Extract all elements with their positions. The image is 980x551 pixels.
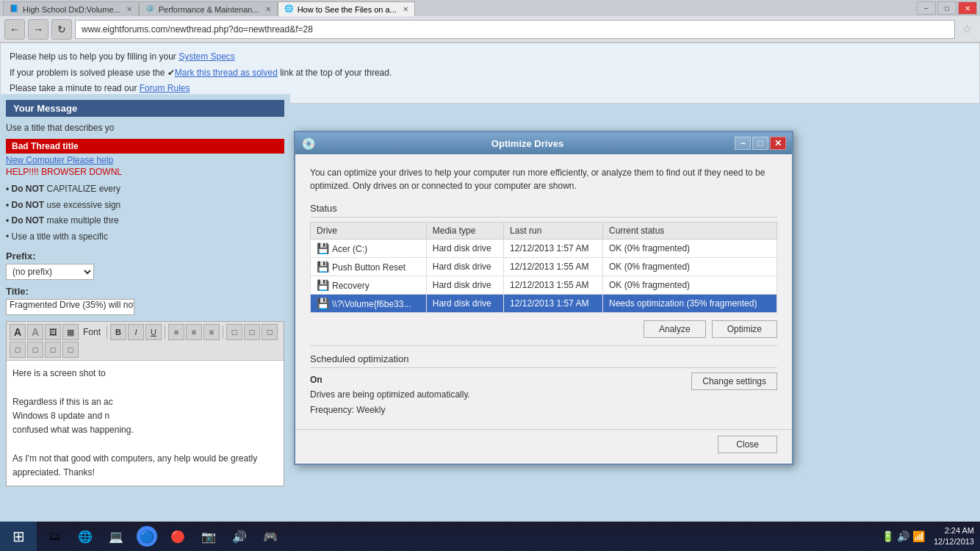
dialog-close-button[interactable]: ✕ <box>770 137 786 150</box>
page-content: Please help us to help you by filling in… <box>0 43 980 522</box>
taskbar-icon-8: 🎮 <box>260 526 281 547</box>
maximize-button[interactable]: □ <box>937 1 956 15</box>
dialog-overlay: 💿 Optimize Drives − □ ✕ You can optimize… <box>0 43 980 522</box>
col-media-type: Media type <box>426 223 503 240</box>
dialog-controls: − □ ✕ <box>735 137 786 150</box>
dialog-title-bar: 💿 Optimize Drives − □ ✕ <box>295 132 792 154</box>
dialog-body: You can optimize your drives to help you… <box>295 154 792 429</box>
taskbar-app-5[interactable]: 🔴 <box>163 523 192 550</box>
taskbar-icon-1: 🗂 <box>44 526 65 547</box>
optimize-dialog: 💿 Optimize Drives − □ ✕ You can optimize… <box>294 131 793 465</box>
drives-table: Drive Media type Last run Current status… <box>310 222 777 313</box>
taskbar-icon-2: 🌐 <box>75 526 96 547</box>
system-tray: 🔋 🔊 📶 <box>879 530 928 542</box>
taskbar-app-7[interactable]: 🔊 <box>225 523 254 550</box>
taskbar-app-8[interactable]: 🎮 <box>256 523 285 550</box>
tab-2[interactable]: ⚙️ Performance & Maintenan... ✕ <box>139 1 278 16</box>
col-current-status: Current status <box>603 223 777 240</box>
tab-2-label: Performance & Maintenan... <box>159 5 259 14</box>
minimize-button[interactable]: − <box>917 1 936 15</box>
tab-2-close[interactable]: ✕ <box>265 5 271 13</box>
drive-name-1: 💾Acer (C:) <box>311 240 427 258</box>
dialog-minimize-button[interactable]: − <box>735 137 751 150</box>
drive-status-2: OK (0% fragmented) <box>603 258 777 276</box>
tab-1-favicon: 📘 <box>10 4 20 15</box>
col-drive: Drive <box>311 223 427 240</box>
taskbar-icon-7: 🔊 <box>229 526 250 547</box>
tab-1-close[interactable]: ✕ <box>126 5 132 13</box>
drive-status-3: OK (0% fragmented) <box>603 276 777 295</box>
window-controls: − □ ✕ <box>917 1 977 15</box>
drive-lastrun-4: 12/12/2013 1:57 AM <box>504 295 603 313</box>
taskbar-icon-4: 🔵 <box>137 526 157 547</box>
taskbar-items: 🗂 🌐 💻 🔵 🔴 📷 🔊 🎮 <box>37 523 879 550</box>
scheduled-section: Scheduled optimization On Drives are bei… <box>310 345 777 417</box>
drive-media-2: Hard disk drive <box>426 258 503 276</box>
dialog-title-text: Optimize Drives <box>320 138 735 149</box>
drive-lastrun-2: 12/12/2013 1:55 AM <box>504 258 603 276</box>
drive-name-2: 💾Push Button Reset <box>311 258 427 276</box>
refresh-button[interactable]: ↻ <box>51 19 72 40</box>
tab-1-label: High School DxD:Volume... <box>23 5 120 14</box>
taskbar-clock[interactable]: 2:24 AM 12/12/2013 <box>928 525 980 548</box>
dialog-maximize-button[interactable]: □ <box>752 137 768 150</box>
dialog-action-buttons: Analyze Optimize <box>310 320 777 338</box>
drive-status-4: Needs optimization (35% fragmented) <box>603 295 777 313</box>
browser-chrome: 📘 High School DxD:Volume... ✕ ⚙️ Perform… <box>0 0 980 43</box>
optimize-button[interactable]: Optimize <box>712 320 777 338</box>
scheduled-desc: Drives are being optimized automatically… <box>310 387 470 402</box>
taskbar-icon-6: 📷 <box>198 526 219 547</box>
tab-3[interactable]: 🌐 How to See the Files on a... ✕ <box>278 1 415 16</box>
tab-2-favicon: ⚙️ <box>145 4 156 15</box>
drive-row-3[interactable]: 💾Recovery Hard disk drive 12/12/2013 1:5… <box>311 276 777 295</box>
dialog-description: You can optimize your drives to help you… <box>310 166 777 192</box>
taskbar-app-3[interactable]: 💻 <box>101 523 131 550</box>
drive-media-3: Hard disk drive <box>426 276 503 295</box>
drive-media-1: Hard disk drive <box>426 240 503 258</box>
tab-3-favicon: 🌐 <box>284 4 295 15</box>
status-section-label: Status <box>310 203 777 217</box>
tab-3-close[interactable]: ✕ <box>403 5 408 13</box>
tab-3-label: How to See the Files on a... <box>298 5 397 14</box>
scheduled-on-label: On <box>310 372 470 387</box>
drive-status-1: OK (0% fragmented) <box>603 240 777 258</box>
scheduled-info: On Drives are being optimized automatica… <box>310 372 470 417</box>
dialog-footer: Close <box>295 429 792 464</box>
scheduled-row: On Drives are being optimized automatica… <box>310 372 777 417</box>
drive-lastrun-3: 12/12/2013 1:55 AM <box>504 276 603 295</box>
taskbar-icon-3: 💻 <box>106 526 126 547</box>
taskbar-app-6[interactable]: 📷 <box>194 523 223 550</box>
start-icon: ⊞ <box>12 527 25 545</box>
scheduled-label: Scheduled optimization <box>310 353 777 368</box>
taskbar: ⊞ 🗂 🌐 💻 🔵 🔴 📷 🔊 🎮 🔋 🔊 📶 <box>0 522 980 551</box>
time-display: 2:24 AM <box>934 525 974 536</box>
drive-lastrun-1: 12/12/2013 1:57 AM <box>504 240 603 258</box>
scheduled-freq: Frequency: Weekly <box>310 403 470 417</box>
drive-name-4: 💾\\?\Volume{f6be33... <box>311 295 427 313</box>
drive-row-4-selected[interactable]: 💾\\?\Volume{f6be33... Hard disk drive 12… <box>311 295 777 313</box>
browser-tabs: 📘 High School DxD:Volume... ✕ ⚙️ Perform… <box>3 0 415 16</box>
back-button[interactable]: ← <box>4 19 25 40</box>
close-button[interactable]: ✕ <box>958 1 977 15</box>
change-settings-button[interactable]: Change settings <box>691 372 777 390</box>
tray-icon-1[interactable]: 🔋 <box>882 530 894 542</box>
address-bar[interactable]: www.eightforums.com/newthread.php?do=new… <box>75 20 955 39</box>
forward-button[interactable]: → <box>28 19 48 40</box>
drive-media-4: Hard disk drive <box>426 295 503 313</box>
analyze-button[interactable]: Analyze <box>644 320 706 338</box>
taskbar-time: 2:24 AM 12/12/2013 <box>934 525 974 548</box>
taskbar-icon-5: 🔴 <box>167 526 188 547</box>
start-button[interactable]: ⊞ <box>0 522 37 551</box>
taskbar-app-2[interactable]: 🌐 <box>71 523 100 550</box>
tray-icon-3[interactable]: 📶 <box>912 530 925 542</box>
tab-1[interactable]: 📘 High School DxD:Volume... ✕ <box>3 1 139 16</box>
drive-row-1[interactable]: 💾Acer (C:) Hard disk drive 12/12/2013 1:… <box>311 240 777 258</box>
drive-row-2[interactable]: 💾Push Button Reset Hard disk drive 12/12… <box>311 258 777 276</box>
nav-bar: ← → ↻ www.eightforums.com/newthread.php?… <box>0 16 980 43</box>
dialog-close-btn[interactable]: Close <box>718 436 777 453</box>
title-bar: 📘 High School DxD:Volume... ✕ ⚙️ Perform… <box>0 0 980 16</box>
taskbar-app-4[interactable]: 🔵 <box>132 523 162 550</box>
taskbar-app-1[interactable]: 🗂 <box>40 523 69 550</box>
bookmark-star-icon[interactable]: ☆ <box>958 20 976 39</box>
tray-icon-2[interactable]: 🔊 <box>897 530 909 542</box>
